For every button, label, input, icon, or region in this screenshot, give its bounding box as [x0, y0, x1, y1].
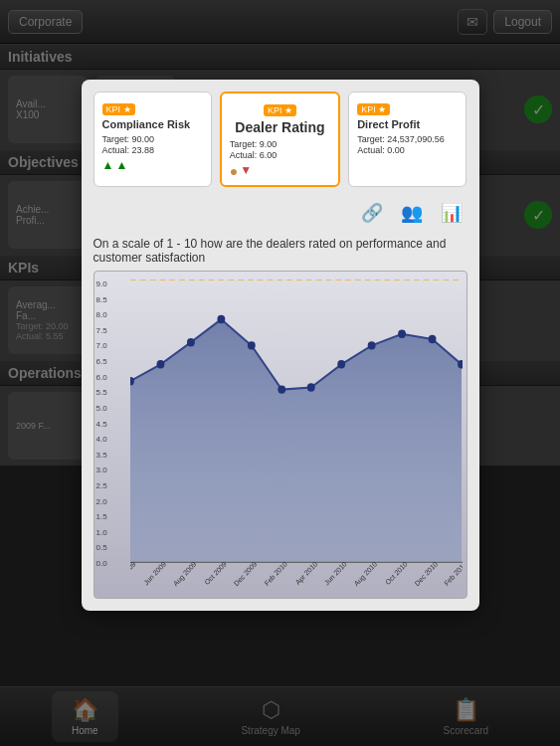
- kpi-title-compliance: Compliance Risk: [102, 118, 203, 130]
- modal: KPI ★ Compliance Risk Target: 90.00 Actu…: [82, 80, 479, 611]
- arrow-up-icon-2: ▲: [115, 158, 127, 172]
- y-label-05: 0.5: [96, 543, 107, 552]
- data-point-3: [186, 338, 194, 346]
- kpi-card-compliance-risk[interactable]: KPI ★ Compliance Risk Target: 90.00 Actu…: [93, 92, 212, 187]
- y-label-90: 9.0: [96, 280, 107, 288]
- data-point-4: [217, 315, 225, 323]
- y-label-0: 0.0: [96, 559, 107, 568]
- x-label-dec09: Dec 2009: [232, 560, 258, 588]
- data-point-8: [337, 360, 345, 368]
- kpi-label-profit: KPI ★: [357, 103, 390, 115]
- kpi-values-dealer: Target: 9.00 Actual: 6.00: [230, 139, 330, 160]
- chart-icon[interactable]: 📊: [436, 197, 467, 229]
- kpi-title-profit: Direct Profit: [357, 118, 458, 130]
- x-label-feb11: Feb 2011: [443, 560, 463, 588]
- data-point-5: [247, 341, 255, 349]
- y-label-75: 7.5: [96, 326, 107, 335]
- kpi-actual-dealer: Actual: 6.00: [230, 150, 330, 160]
- kpi-arrows-compliance: ▲ ▲: [102, 158, 203, 172]
- y-label-45: 4.5: [96, 420, 107, 429]
- chart-area: [130, 319, 462, 562]
- y-label-55: 5.5: [96, 388, 107, 397]
- x-label-jun10: Jun 2010: [323, 560, 348, 587]
- arrow-down-icon: ▼: [240, 163, 252, 179]
- x-label-feb10: Feb 2010: [263, 560, 288, 588]
- x-label-dec10: Dec 2010: [413, 560, 439, 588]
- x-label-oct09: Oct 2009: [203, 560, 228, 587]
- y-label-15: 1.5: [96, 512, 107, 521]
- chart-svg: Apr 2009 Jun 2009 Aug 2009 Oct 2009 Dec …: [130, 280, 463, 594]
- y-label-25: 2.5: [96, 481, 107, 490]
- data-point-7: [306, 383, 314, 391]
- kpi-card-dealer-rating[interactable]: KPI ★ Dealer Rating Target: 9.00 Actual:…: [220, 92, 340, 187]
- y-label-60: 6.0: [96, 373, 107, 382]
- y-axis: 0.0 0.5 1.0 1.5 2.0 2.5 3.0 3.5 4.0 4.5 …: [96, 280, 107, 568]
- y-label-50: 5.0: [96, 404, 107, 413]
- kpi-actual-compliance: Actual: 23.88: [102, 145, 203, 155]
- kpi-values-profit: Target: 24,537,090.56 Actual: 0.00: [357, 134, 458, 155]
- x-label-apr09: Apr 2009: [130, 560, 137, 587]
- kpi-target-dealer: Target: 9.00: [230, 139, 330, 149]
- y-label-20: 2.0: [96, 497, 107, 506]
- kpi-card-direct-profit[interactable]: KPI ★ Direct Profit Target: 24,537,090.5…: [348, 92, 467, 187]
- x-label-jun09: Jun 2009: [142, 560, 167, 587]
- modal-icons: 🔗 👥 📊: [93, 197, 467, 229]
- kpi-cards-row: KPI ★ Compliance Risk Target: 90.00 Actu…: [93, 92, 467, 187]
- y-label-85: 8.5: [96, 295, 107, 304]
- link-icon[interactable]: 🔗: [356, 197, 388, 229]
- data-point-2: [156, 360, 164, 368]
- y-label-35: 3.5: [96, 451, 107, 460]
- y-label-30: 3.0: [96, 466, 107, 474]
- kpi-actual-profit: Actual: 0.00: [357, 145, 458, 155]
- y-label-80: 8.0: [96, 310, 107, 319]
- data-point-6: [278, 385, 285, 393]
- kpi-arrows-dealer: ● ▼: [230, 163, 330, 179]
- x-label-oct10: Oct 2010: [384, 560, 409, 587]
- y-label-70: 7.0: [96, 341, 107, 350]
- x-axis-labels: Apr 2009 Jun 2009 Aug 2009 Oct 2009 Dec …: [130, 560, 463, 588]
- y-label-10: 1.0: [96, 528, 107, 537]
- kpi-label-dealer: KPI ★: [264, 104, 296, 116]
- x-label-aug09: Aug 2009: [171, 560, 197, 588]
- y-label-65: 6.5: [96, 357, 107, 366]
- data-point-9: [367, 341, 375, 349]
- kpi-target-profit: Target: 24,537,090.56: [357, 134, 458, 144]
- users-icon[interactable]: 👥: [396, 197, 428, 229]
- x-label-aug10: Aug 2010: [352, 560, 378, 588]
- modal-overlay: KPI ★ Compliance Risk Target: 90.00 Actu…: [0, 0, 560, 746]
- kpi-title-dealer: Dealer Rating: [230, 119, 330, 135]
- kpi-target-compliance: Target: 90.00: [102, 134, 203, 144]
- arrow-up-icon: ▲: [102, 158, 114, 172]
- chart-description: On a scale of 1 - 10 how are the dealers…: [93, 237, 467, 265]
- x-label-apr10: Apr 2010: [293, 560, 318, 587]
- y-label-40: 4.0: [96, 435, 107, 444]
- kpi-label-compliance: KPI ★: [102, 103, 135, 115]
- data-point-11: [428, 335, 436, 343]
- chart-container: 0.0 0.5 1.0 1.5 2.0 2.5 3.0 3.5 4.0 4.5 …: [93, 271, 467, 599]
- data-point-10: [398, 330, 406, 338]
- kpi-values-compliance: Target: 90.00 Actual: 23.88: [102, 134, 203, 155]
